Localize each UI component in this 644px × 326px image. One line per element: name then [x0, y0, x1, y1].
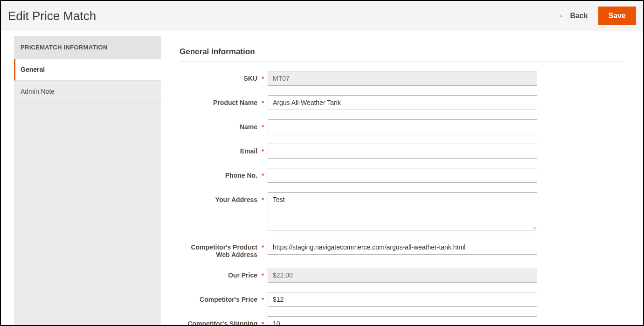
required-star-icon: * [262, 196, 264, 203]
arrow-left-icon: ← [558, 12, 565, 20]
sidebar: PRICEMATCH INFORMATION General Admin Not… [14, 36, 161, 326]
input-phone[interactable] [268, 168, 537, 183]
input-our-price [268, 268, 537, 283]
required-star-icon: * [262, 124, 264, 131]
label-phone: Phone No. * [180, 168, 268, 179]
field-product-name: Product Name * [180, 95, 624, 110]
field-address: Your Address * [180, 192, 624, 230]
field-our-price: Our Price * [180, 268, 624, 283]
field-email: Email * [180, 144, 624, 159]
back-button[interactable]: ← Back [558, 12, 588, 20]
label-name: Name * [180, 119, 268, 131]
content-area: PRICEMATCH INFORMATION General Admin Not… [1, 31, 643, 326]
page-header: Edit Price Match ← Back Save [1, 1, 643, 31]
required-star-icon: * [262, 320, 264, 326]
label-competitor-price: Competitor's Price * [180, 292, 268, 303]
back-label: Back [570, 12, 588, 20]
label-email: Email * [180, 144, 268, 155]
field-competitor-price: Competitor's Price * [180, 292, 624, 307]
input-competitor-url[interactable] [268, 240, 537, 255]
field-name: Name * [180, 119, 624, 134]
label-sku: SKU * [180, 71, 268, 82]
required-star-icon: * [262, 244, 264, 251]
input-competitor-shipping[interactable] [268, 316, 537, 326]
required-star-icon: * [262, 272, 264, 279]
main-panel: General Information SKU * Product Name *… [161, 36, 643, 326]
required-star-icon: * [262, 172, 264, 179]
sidebar-title: PRICEMATCH INFORMATION [14, 36, 161, 59]
header-actions: ← Back Save [558, 7, 636, 25]
textarea-address[interactable] [268, 192, 537, 230]
input-name[interactable] [268, 119, 537, 134]
label-our-price: Our Price * [180, 268, 268, 279]
sidebar-item-admin-note[interactable]: Admin Note [14, 81, 161, 103]
input-sku [268, 71, 537, 86]
save-button[interactable]: Save [598, 7, 636, 25]
field-competitor-shipping: Competitor's Shipping Charge * [180, 316, 624, 326]
sidebar-item-label: General [21, 66, 45, 73]
field-phone: Phone No. * [180, 168, 624, 183]
label-competitor-shipping: Competitor's Shipping Charge * [180, 316, 268, 326]
field-sku: SKU * [180, 71, 624, 86]
required-star-icon: * [262, 99, 264, 106]
input-competitor-price[interactable] [268, 292, 537, 307]
required-star-icon: * [262, 296, 264, 303]
label-address: Your Address * [180, 192, 268, 203]
page-title: Edit Price Match [8, 9, 96, 23]
input-email[interactable] [268, 144, 537, 159]
label-product-name: Product Name * [180, 95, 268, 106]
label-competitor-url: Competitor's Product Web Address * [180, 240, 268, 258]
sidebar-item-general[interactable]: General [14, 59, 161, 81]
required-star-icon: * [262, 148, 264, 155]
section-title: General Information [180, 47, 624, 62]
field-competitor-url: Competitor's Product Web Address * [180, 240, 624, 258]
required-star-icon: * [262, 75, 264, 82]
input-product-name[interactable] [268, 95, 537, 110]
sidebar-item-label: Admin Note [21, 88, 55, 95]
